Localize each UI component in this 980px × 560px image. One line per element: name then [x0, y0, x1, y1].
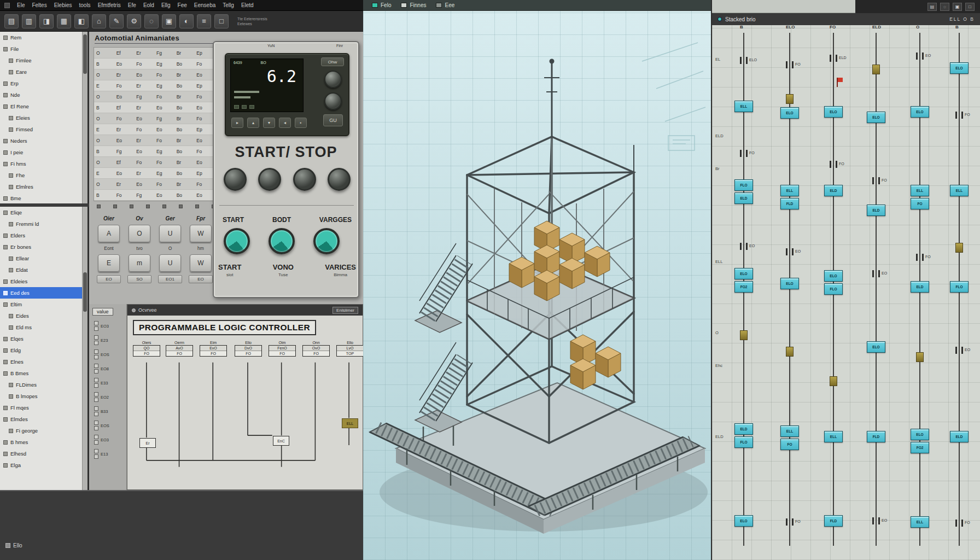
strip-item[interactable]: EOS — [89, 418, 126, 433]
toolbar-button[interactable]: ≡ — [197, 14, 211, 28]
ladder-element[interactable]: FO — [786, 61, 794, 68]
tree-item[interactable]: Elnes — [0, 356, 88, 368]
strip-item[interactable]: E23 — [89, 333, 126, 347]
ladder-element[interactable]: FO — [955, 520, 963, 527]
ladder-element[interactable]: ELD — [734, 423, 753, 435]
tree-item[interactable]: Erp — [0, 78, 88, 89]
ladder-element[interactable] — [916, 352, 924, 362]
display-side-button[interactable]: GU — [323, 114, 343, 126]
viewer-canvas[interactable] — [363, 11, 711, 560]
display-mini-button[interactable]: ▪ — [295, 118, 307, 128]
table-row[interactable]: O Ef Fo Fo Br Eo — [94, 157, 214, 168]
toolbar-button[interactable]: ◌ — [144, 14, 159, 28]
tree-item[interactable]: B hmes — [0, 436, 88, 448]
table-row[interactable]: B Fo Fg Eo Bo Eo — [94, 190, 214, 201]
tree-item[interactable]: Eed des — [0, 287, 88, 299]
ladder-element[interactable]: ELO — [824, 106, 843, 118]
ladder-element[interactable] — [872, 65, 880, 74]
ladder-element[interactable]: ELO — [740, 57, 748, 64]
tree-item[interactable]: Eltim — [0, 299, 88, 310]
ladder-element[interactable]: ELL — [734, 101, 753, 112]
ladder-element[interactable]: ELD — [734, 192, 753, 204]
toolbar-button[interactable]: ▤ — [4, 14, 19, 28]
plc-function-block[interactable]: Onn OvO FO — [302, 341, 330, 357]
scrollbar-thumb[interactable] — [83, 272, 87, 312]
tree-item[interactable]: Eare — [0, 66, 88, 78]
tree-item[interactable]: Eld ms — [0, 322, 88, 333]
table-row[interactable]: O Eo Fg Fo Br Fo — [94, 91, 214, 102]
toolbar-button[interactable]: ⚙ — [127, 14, 141, 28]
ladder-element[interactable]: ELO — [867, 341, 885, 353]
menu-item[interactable]: Tellg — [223, 2, 234, 8]
display-mini-button[interactable]: ▸ — [231, 118, 243, 128]
ladder-element[interactable]: FLO — [734, 179, 753, 191]
table-row[interactable]: O Eo Er Fo Br Eo — [94, 135, 214, 146]
display-mini-button[interactable]: ▴ — [247, 118, 259, 128]
ladder-element[interactable]: ELL — [824, 431, 843, 442]
flat-button[interactable]: EO — [189, 275, 213, 283]
tree-item[interactable]: Eldeies — [0, 276, 88, 287]
tree-item[interactable]: Rem — [0, 32, 88, 43]
tree-item[interactable]: Elqes — [0, 333, 88, 345]
ladder-element[interactable] — [740, 330, 748, 340]
ladder-element[interactable]: FO — [830, 161, 837, 168]
tree-item[interactable]: El Rene — [0, 101, 88, 112]
menu-item[interactable]: Efe — [128, 2, 136, 8]
table-row[interactable]: B Ef Er Eo Bo Eo — [94, 102, 214, 113]
dark-knob[interactable] — [328, 168, 351, 191]
menu-item[interactable]: tools — [79, 2, 91, 8]
flat-button[interactable]: EO — [97, 275, 121, 283]
panel-button[interactable]: W — [190, 254, 212, 272]
tree-item[interactable]: Fimlee — [0, 55, 88, 66]
ladder-element[interactable]: EO — [872, 517, 880, 524]
table-row[interactable]: O Ef Er Fg Br Ep — [94, 48, 214, 59]
teal-knob[interactable] — [224, 228, 250, 254]
ladder-element[interactable]: ELO — [734, 268, 753, 279]
plc-function-block[interactable]: Oim FenO FO — [269, 341, 296, 357]
toolbar-button[interactable]: ◧ — [74, 14, 89, 28]
ladder-element[interactable]: FO2 — [911, 442, 929, 453]
tree-item[interactable]: B Bmes — [0, 368, 88, 379]
toolbar-button[interactable]: ▣ — [162, 14, 176, 28]
ladder-element[interactable] — [838, 78, 843, 82]
plc-function-block[interactable]: Oiers QO FO — [133, 341, 160, 357]
ladder-element[interactable] — [830, 376, 837, 386]
ladder-element[interactable]: ELO — [950, 62, 969, 74]
ladder-element[interactable]: ELL — [780, 425, 799, 437]
menu-item[interactable]: Ele — [17, 2, 25, 8]
teal-knob[interactable] — [313, 228, 340, 254]
tree-item[interactable]: Elhesd — [0, 448, 88, 459]
ladder-element[interactable]: FO — [916, 254, 924, 261]
menu-item[interactable]: Efmtfetris — [98, 2, 121, 8]
strip-item[interactable]: EOS — [89, 347, 126, 361]
table-row[interactable]: E Er Fo Eo Bo Ep — [94, 124, 214, 135]
tree-item[interactable]: Elmlres — [0, 181, 88, 192]
ladder-element[interactable]: ELO — [780, 107, 799, 119]
plc-output-block[interactable]: EnC — [273, 436, 289, 446]
ladder-element[interactable]: FO — [872, 177, 880, 184]
small-knob[interactable] — [324, 71, 342, 88]
ladder-element[interactable] — [786, 94, 794, 104]
tree-item[interactable]: B lmopes — [0, 390, 88, 402]
teal-knob[interactable] — [269, 228, 295, 254]
ladder-element[interactable]: ELD — [911, 281, 929, 293]
panel-button[interactable]: E — [98, 254, 120, 272]
ladder-element[interactable]: ELO — [734, 515, 753, 527]
plc-titlebar-button[interactable]: Enlsiimer — [332, 307, 358, 314]
menu-item[interactable]: Feltes — [32, 2, 46, 8]
strip-item[interactable]: E33 — [89, 376, 126, 390]
panel-button[interactable]: U — [159, 254, 181, 272]
ladder-element[interactable]: FO — [786, 518, 794, 526]
strip-item[interactable]: EO2 — [89, 390, 126, 404]
menu-item[interactable]: Ellg — [161, 2, 171, 8]
ladder-element[interactable]: ELD — [824, 185, 843, 196]
panel-button[interactable]: A — [98, 225, 120, 242]
ladder-element[interactable] — [786, 347, 794, 357]
flat-button[interactable]: EO1 — [158, 275, 182, 283]
flat-button[interactable]: SO — [127, 275, 151, 283]
tree-item[interactable]: Eldg — [0, 345, 88, 356]
ladder-element[interactable]: ELL — [780, 185, 799, 196]
tree-item[interactable]: Fhe — [0, 170, 88, 181]
panel-mini-button[interactable]: ▣ — [953, 3, 962, 11]
ladder-element[interactable]: FO — [955, 112, 963, 119]
